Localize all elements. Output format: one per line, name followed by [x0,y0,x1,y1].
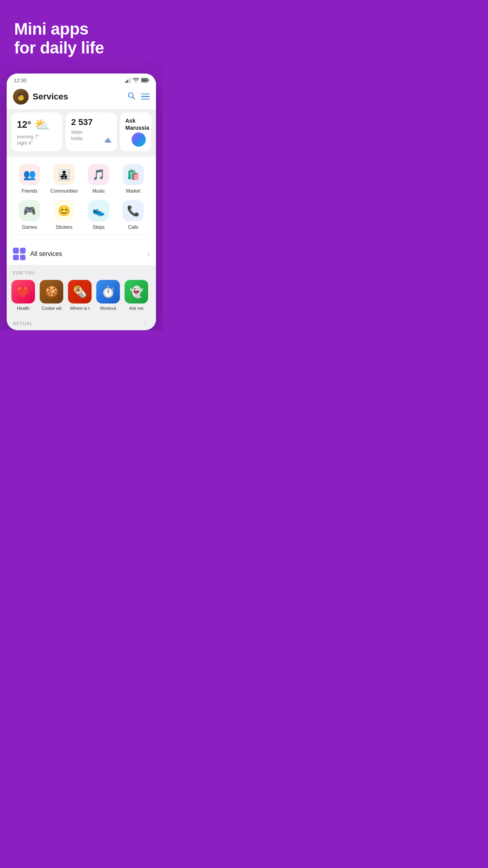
service-label-market: Market [126,188,141,194]
svg-line-8 [133,97,135,99]
app-icon-4: 👻 [125,280,148,303]
steps-count: 2 537 [71,117,111,127]
all-services-icon [13,248,26,260]
app-icon-0: ❤️ [11,280,35,303]
ask-orb [132,132,146,147]
app-label-4: Ask me [129,306,144,311]
ask-label: Ask Marussia [125,117,149,131]
wifi-icon [133,78,139,83]
service-icon-friends: 👥 [19,164,40,185]
weather-evening: evening 7° [17,134,39,140]
chevron-right-icon: › [147,250,150,258]
service-item-games[interactable]: 🎮Games [13,200,46,230]
service-item-music[interactable]: 🎵Music [82,164,115,194]
services-section: 👥Friends👨‍👧‍👦Communities🎵Music🛍️Market🎮G… [7,158,156,243]
for-you-grid: ❤️Health🍪Cookie wit🌯Where is t⏱️Workout👻… [11,280,151,311]
signal-icon [125,77,131,83]
app-label-2: Where is t [70,306,90,311]
weather-icon: ⛅ [34,117,50,132]
search-icon[interactable] [127,91,136,102]
service-icon-games: 🎮 [19,200,40,221]
service-item-communities[interactable]: 👨‍👧‍👦Communities [48,164,81,194]
service-label-games: Games [22,224,37,230]
svg-marker-3 [130,77,131,83]
app-label-3: Workout [100,306,116,311]
service-icon-music: 🎵 [88,164,109,185]
app-item-cookiewit[interactable]: 🍪Cookie wit [40,280,63,311]
all-services-label: All services [30,250,143,257]
app-item-whereis t[interactable]: 🌯Where is t [68,280,92,311]
svg-rect-6 [142,79,147,82]
menu-icon[interactable] [141,94,150,100]
steps-label-line2: today [71,136,83,141]
weather-widget[interactable]: 12° ⛅ evening 7° night 4° [11,112,62,152]
svg-rect-5 [148,79,149,81]
service-label-friends: Friends [22,188,37,194]
app-icon-1: 🍪 [40,280,63,303]
avatar-placeholder: 🧑 [13,89,29,105]
app-item-askme[interactable]: 👻Ask me [125,280,148,311]
phone-frame: 12:30 🧑 [7,74,156,331]
hero-section: Mini apps for daily life [0,0,163,74]
actual-label: ACTUAL [13,321,33,326]
app-header: 🧑 Services [7,86,156,109]
for-you-section: FOR YOU ❤️Health🍪Cookie wit🌯Where is t⏱️… [7,265,156,314]
steps-label-line1: steps [71,129,83,135]
avatar[interactable]: 🧑 [13,89,29,105]
battery-icon [141,78,149,83]
weather-temperature: 12° [17,119,31,130]
service-icon-stickers: 😊 [53,200,75,221]
service-icon-steps: 👟 [88,200,109,221]
steps-shoe-icon [103,135,113,147]
header-actions [127,91,150,102]
status-bar: 12:30 [7,74,156,86]
service-label-music: Music [92,188,105,194]
status-time: 12:30 [14,77,27,83]
for-you-section-label: FOR YOU [11,270,151,275]
app-label-1: Cookie wit [42,306,62,311]
svg-marker-0 [125,81,127,83]
divider [13,235,150,235]
service-item-steps[interactable]: 👟Steps [82,200,115,230]
app-icon-2: 🌯 [68,280,92,303]
weather-temp-row: 12° ⛅ [17,117,57,132]
weather-sub: evening 7° night 4° [17,134,57,147]
app-title: Services [33,92,123,102]
service-item-stickers[interactable]: 😊Stickers [48,200,81,230]
all-services-row[interactable]: All services › [7,243,156,265]
steps-widget[interactable]: 2 537 steps today [66,112,117,152]
widgets-section: 12° ⛅ evening 7° night 4° 2 537 steps to… [7,109,156,155]
service-item-market[interactable]: 🛍️Market [117,164,150,194]
hero-title: Mini apps for daily life [14,20,149,58]
app-label-0: Health [17,306,29,311]
ask-widget[interactable]: Ask Marussia [120,112,151,152]
app-item-workout[interactable]: ⏱️Workout [96,280,120,311]
service-label-steps: Steps [93,224,105,230]
services-grid: 👥Friends👨‍👧‍👦Communities🎵Music🛍️Market🎮G… [13,164,150,230]
svg-marker-1 [127,80,128,83]
service-item-friends[interactable]: 👥Friends [13,164,46,194]
service-label-calls: Calls [128,224,139,230]
dots-icon[interactable]: ⋮ [142,319,150,328]
service-label-communities: Communities [50,188,78,194]
service-item-calls[interactable]: 📞Calls [117,200,150,230]
app-icon-3: ⏱️ [96,280,120,303]
service-icon-market: 🛍️ [123,164,144,185]
svg-marker-2 [128,79,130,83]
actual-section: ACTUAL ⋮ [7,314,156,330]
weather-night: night 4° [17,140,33,146]
service-icon-calls: 📞 [123,200,144,221]
status-icons [125,77,149,83]
service-label-stickers: Stickers [56,224,73,230]
app-item-health[interactable]: ❤️Health [11,280,35,311]
service-icon-communities: 👨‍👧‍👦 [53,164,75,185]
svg-point-9 [107,140,110,143]
